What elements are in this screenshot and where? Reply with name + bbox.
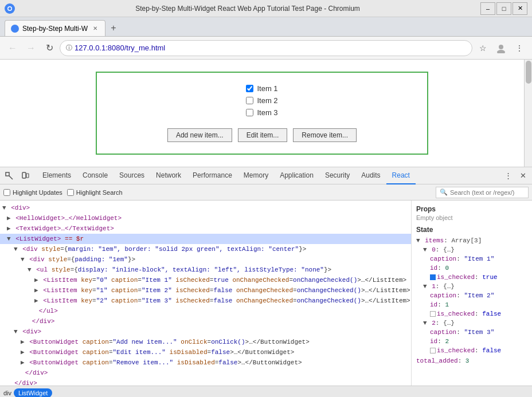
- browser-content: Item 1 Item 2 Item 3 Add new item... Edi…: [0, 60, 532, 167]
- tree-line[interactable]: </div>: [0, 316, 411, 327]
- devtools-settings-icon[interactable]: ✕: [516, 169, 530, 183]
- scrollbar-thumb[interactable]: [526, 61, 531, 84]
- props-label: Props: [416, 205, 527, 213]
- tree-line[interactable]: ▶ <ListItem key="1" caption="Item 2" isC…: [0, 285, 411, 296]
- tree-line-selected[interactable]: ▼ <ListWidget> == $r: [0, 234, 411, 244]
- state-item-0-id: id: 0: [416, 264, 527, 273]
- highlight-search-checkbox[interactable]: [67, 189, 74, 196]
- url-input[interactable]: [75, 44, 466, 52]
- tree-line[interactable]: ▶ <ButtonWidget caption="Edit item..." i…: [0, 347, 411, 357]
- menu-icon[interactable]: ⋮: [511, 40, 527, 56]
- svg-line-6: [9, 176, 13, 179]
- info-icon: ⓘ: [66, 44, 72, 52]
- tree-line[interactable]: ▼ <ul style={display: "inline-block", te…: [0, 265, 411, 275]
- tab-label: Step-by-Step Multi-W: [22, 25, 88, 33]
- checkbox-0[interactable]: [246, 85, 253, 92]
- back-button[interactable]: ←: [5, 40, 21, 56]
- state-items-row[interactable]: ▼ items: Array[3]: [416, 236, 527, 245]
- tree-line[interactable]: ▶ <ListItem key="0" caption="Item 1" isC…: [0, 275, 411, 285]
- checkbox-1[interactable]: [246, 97, 253, 104]
- profile-icon[interactable]: [493, 40, 509, 56]
- search-input[interactable]: [450, 189, 525, 196]
- button-row: Add new item... Edit item... Remove item…: [120, 128, 404, 142]
- device-toolbar-icon[interactable]: [18, 169, 32, 183]
- search-bar[interactable]: 🔍: [436, 187, 529, 198]
- tab-console[interactable]: Console: [77, 167, 114, 184]
- tree-line[interactable]: </div>: [0, 378, 411, 386]
- tree-line[interactable]: ▼ <div style={margin: "1em", border: "so…: [0, 244, 411, 254]
- tab-react[interactable]: React: [386, 167, 416, 184]
- checkbox-2[interactable]: [246, 109, 253, 116]
- more-tabs-icon[interactable]: ⋮: [501, 169, 515, 183]
- edit-item-button[interactable]: Edit item...: [238, 128, 288, 142]
- window-title: Step-by-Step Multi-Widget React Web App …: [15, 5, 480, 13]
- state-item-1-id: id: 1: [416, 300, 527, 309]
- tree-line[interactable]: ▼ <div>: [0, 203, 411, 213]
- close-button[interactable]: ✕: [513, 2, 527, 15]
- page-area: Item 1 Item 2 Item 3 Add new item... Edi…: [0, 60, 524, 167]
- highlight-search-text: Highlight Search: [76, 189, 123, 196]
- address-bar: ← → ↻ ⓘ ☆ ⋮: [0, 37, 532, 60]
- tab-bar: Step-by-Step Multi-W ✕ +: [0, 17, 532, 37]
- state-item-1-caption: caption: "Item 2": [416, 291, 527, 300]
- highlight-updates-label[interactable]: Highlight Updates: [3, 189, 62, 196]
- minimize-button[interactable]: –: [480, 2, 495, 15]
- list-item-2[interactable]: Item 3: [246, 108, 277, 117]
- tab-audits[interactable]: Audits: [355, 167, 386, 184]
- tab-security[interactable]: Security: [319, 167, 355, 184]
- svg-point-2: [9, 7, 11, 10]
- devtools-secondary-toolbar: Highlight Updates Highlight Search 🔍: [0, 184, 532, 201]
- tab-memory[interactable]: Memory: [238, 167, 274, 184]
- state-checkbox-2[interactable]: [430, 348, 436, 353]
- tree-line[interactable]: </div>: [0, 368, 411, 378]
- tree-line[interactable]: </ul>: [0, 306, 411, 316]
- checkbox-list: Item 1 Item 2 Item 3: [120, 84, 404, 117]
- new-tab-button[interactable]: +: [105, 20, 122, 36]
- state-checkbox-1[interactable]: [430, 311, 436, 317]
- list-item-0[interactable]: Item 1: [246, 84, 277, 93]
- maximize-button[interactable]: □: [496, 2, 511, 15]
- tree-line[interactable]: ▶ <ButtonWidget caption="Remove item..."…: [0, 357, 411, 368]
- tree-line[interactable]: ▶ <TextWidget>…</TextWidget>: [0, 223, 411, 234]
- tree-line[interactable]: ▶ <ListItem key="2" caption="Item 3" isC…: [0, 296, 411, 306]
- state-item-0-checked[interactable]: is_checked: true: [416, 273, 527, 282]
- forward-button[interactable]: →: [23, 40, 39, 56]
- scrollbar[interactable]: [524, 60, 532, 167]
- inspect-element-icon[interactable]: [2, 169, 16, 183]
- item-label-2: Item 3: [257, 108, 277, 117]
- tab-application[interactable]: Application: [274, 167, 319, 184]
- bookmark-icon[interactable]: ☆: [475, 40, 491, 56]
- state-total-added: total_added: 3: [416, 356, 527, 365]
- state-item-2-checked[interactable]: is_checked: false: [416, 346, 527, 355]
- tree-line[interactable]: ▼ <div style={padding: "1em"}>: [0, 254, 411, 265]
- state-item-2-id: id: 2: [416, 337, 527, 346]
- tab-performance[interactable]: Performance: [187, 167, 238, 184]
- state-item-0-row[interactable]: ▼ 0: {…}: [416, 245, 527, 254]
- state-item-1-row[interactable]: ▼ 1: {…}: [416, 282, 527, 291]
- state-item-1-checked[interactable]: is_checked: false: [416, 309, 527, 319]
- state-checkbox-0[interactable]: [430, 274, 436, 280]
- tree-line[interactable]: ▶ <HelloWidget>…</HelloWidget>: [0, 213, 411, 223]
- tree-line[interactable]: ▼ <div>: [0, 327, 411, 337]
- search-icon: 🔍: [440, 188, 448, 196]
- svg-rect-7: [22, 172, 26, 178]
- tab-favicon: [11, 25, 19, 33]
- highlight-updates-checkbox[interactable]: [3, 189, 10, 196]
- tab-elements[interactable]: Elements: [37, 167, 77, 184]
- state-item-2-row[interactable]: ▼ 2: {…}: [416, 319, 527, 328]
- devtools-toolbar: Elements Console Sources Network Perform…: [0, 167, 532, 184]
- highlight-search-label[interactable]: Highlight Search: [67, 189, 123, 196]
- tab-network[interactable]: Network: [150, 167, 187, 184]
- list-item-1[interactable]: Item 2: [246, 96, 277, 105]
- devtools-tree[interactable]: ▼ <div> ▶ <HelloWidget>…</HelloWidget> ▶…: [0, 201, 412, 386]
- tab-close-icon[interactable]: ✕: [91, 25, 99, 33]
- tree-line[interactable]: ▶ <ButtonWidget caption="Add new item...…: [0, 337, 411, 347]
- tab-sources[interactable]: Sources: [114, 167, 150, 184]
- reload-button[interactable]: ↻: [41, 40, 57, 56]
- devtools: Elements Console Sources Network Perform…: [0, 167, 532, 386]
- browser-tab[interactable]: Step-by-Step Multi-W ✕: [5, 20, 105, 36]
- status-chip[interactable]: ListWidget: [14, 388, 52, 398]
- add-new-item-button[interactable]: Add new item...: [167, 128, 232, 142]
- remove-item-button[interactable]: Remove item...: [293, 128, 357, 142]
- url-bar[interactable]: ⓘ: [60, 40, 472, 56]
